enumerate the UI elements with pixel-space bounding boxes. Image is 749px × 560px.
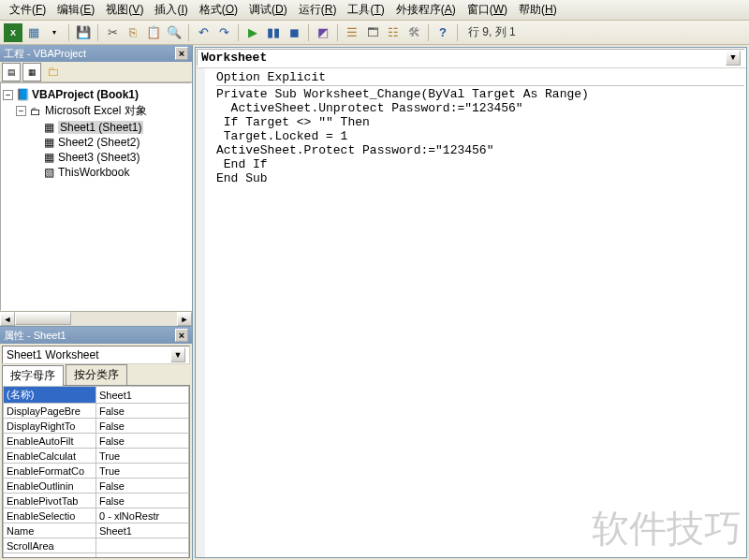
properties-object-combo[interactable]: Sheet1 Worksheet ▼ [2, 346, 190, 364]
menu-d[interactable]: 调试(D) [243, 0, 293, 20]
code-line: Private Sub Worksheet_Change(ByVal Targe… [216, 87, 744, 101]
properties-title: 属性 - Sheet1 [4, 327, 66, 344]
close-icon[interactable]: × [175, 329, 188, 342]
code-line: Option Explicit [216, 70, 744, 84]
project-explorer-icon[interactable]: ☰ [343, 23, 361, 42]
property-row[interactable]: EnableAutoFiltFalse [4, 434, 189, 449]
menu-h[interactable]: 帮助(H) [513, 0, 563, 20]
tree-toggle-icon[interactable]: − [16, 106, 26, 116]
close-icon[interactable]: × [175, 47, 188, 60]
excel-icon[interactable]: X [4, 23, 22, 42]
menu-v[interactable]: 视图(V) [100, 0, 149, 20]
redo-icon[interactable]: ↷ [214, 23, 233, 42]
paste-icon[interactable]: 📋 [144, 23, 163, 42]
toolbox-icon[interactable]: 🛠 [404, 23, 423, 42]
toolbar: X ▦ ▾ 💾 ✂ ⎘ 📋 🔍 ↶ ↷ ▶ ▮▮ ◼ ◩ ☰ 🗔 ☷ 🛠 ? 行… [0, 21, 749, 45]
menu-t[interactable]: 工具(T) [342, 0, 389, 20]
menu-i[interactable]: 插入(I) [149, 0, 193, 20]
property-row[interactable]: StandardWidth8.38 [4, 553, 189, 559]
break-icon[interactable]: ▮▮ [264, 23, 283, 42]
reset-icon[interactable]: ◼ [285, 23, 303, 42]
find-icon[interactable]: 🔍 [165, 23, 184, 42]
code-line: Target.Locked = 1 [216, 129, 744, 143]
help-icon[interactable]: ? [433, 23, 452, 42]
project-explorer-title: 工程 - VBAProject [4, 45, 86, 62]
tree-item[interactable]: −📘VBAProject (Book1) [3, 87, 189, 102]
properties-title-bar: 属性 - Sheet1 × [0, 327, 192, 344]
menu-o[interactable]: 格式(O) [194, 0, 243, 20]
code-line: If Target <> "" Then [216, 115, 744, 129]
tree-item[interactable]: ▦Sheet3 (Sheet3) [3, 150, 189, 165]
view-object-icon[interactable]: ▦ [22, 63, 41, 81]
cut-icon[interactable]: ✂ [103, 23, 122, 42]
chevron-down-icon[interactable]: ▼ [726, 51, 741, 66]
toggle-folders-icon[interactable]: 🗀 [43, 63, 62, 81]
properties-tab[interactable]: 按分类序 [66, 364, 127, 385]
cursor-position: 行 9, 列 1 [463, 24, 521, 40]
properties-tabs: 按字母序按分类序 [0, 366, 192, 385]
tree-item[interactable]: ▦Sheet1 (Sheet1) [3, 120, 189, 135]
property-row[interactable]: EnableFormatCoTrue [4, 464, 189, 479]
properties-grid[interactable]: (名称)Sheet1DisplayPageBreFalseDisplayRigh… [2, 385, 190, 558]
tree-item[interactable]: ▧ThisWorkbook [3, 165, 189, 180]
property-row[interactable]: DisplayPageBreFalse [4, 404, 189, 419]
menu-dropdown-icon[interactable]: ▾ [45, 23, 64, 42]
property-row[interactable]: DisplayRightToFalse [4, 419, 189, 434]
property-row[interactable]: EnableCalculatTrue [4, 449, 189, 464]
code-line: End If [216, 157, 744, 171]
tree-item[interactable]: ▦Sheet2 (Sheet2) [3, 135, 189, 150]
view-code-icon[interactable]: ▤ [2, 63, 21, 81]
chevron-down-icon[interactable]: ▼ [170, 347, 185, 362]
menu-w[interactable]: 窗口(W) [462, 0, 513, 20]
tree-item[interactable]: −🗀Microsoft Excel 对象 [3, 102, 189, 120]
properties-tab[interactable]: 按字母序 [2, 365, 64, 386]
copy-icon[interactable]: ⎘ [124, 23, 142, 42]
scroll-left-icon[interactable]: ◄ [0, 312, 15, 326]
view-icon[interactable]: ▦ [24, 23, 43, 42]
tree-toggle-icon[interactable]: − [3, 90, 13, 100]
property-row[interactable]: (名称)Sheet1 [4, 387, 189, 404]
menu-e[interactable]: 编辑(E) [51, 0, 100, 20]
menu-r[interactable]: 运行(R) [293, 0, 343, 20]
property-row[interactable]: NameSheet1 [4, 523, 189, 538]
project-explorer-toolbar: ▤ ▦ 🗀 [0, 62, 192, 82]
menu-a[interactable]: 外接程序(A) [390, 0, 462, 20]
property-row[interactable]: EnableSelectio0 - xlNoRestr [4, 508, 189, 523]
code-line: End Sub [216, 171, 744, 185]
property-row[interactable]: EnablePivotTabFalse [4, 494, 189, 508]
save-icon[interactable]: 💾 [74, 23, 93, 42]
code-line: ActiveSheet.Protect Password:="123456" [216, 143, 744, 157]
undo-icon[interactable]: ↶ [194, 23, 213, 42]
properties-window-icon[interactable]: 🗔 [363, 23, 382, 42]
project-tree[interactable]: −📘VBAProject (Book1)−🗀Microsoft Excel 对象… [0, 82, 192, 311]
menu-f[interactable]: 文件(F) [4, 0, 51, 20]
object-browser-icon[interactable]: ☷ [384, 23, 403, 42]
scroll-thumb[interactable] [15, 312, 71, 325]
code-editor[interactable]: Option ExplicitPrivate Sub Worksheet_Cha… [196, 68, 746, 557]
project-explorer-title-bar: 工程 - VBAProject × [0, 45, 192, 62]
object-selector-combo[interactable]: Worksheet ▼ [197, 49, 745, 66]
property-row[interactable]: EnableOutlininFalse [4, 479, 189, 494]
project-tree-hscroll[interactable]: ◄ ► [0, 311, 192, 326]
run-icon[interactable]: ▶ [243, 23, 262, 42]
scroll-right-icon[interactable]: ► [177, 312, 192, 326]
code-line: ActiveSheet.Unprotect Password:="123456" [216, 101, 744, 115]
menu-bar: 文件(F)编辑(E)视图(V)插入(I)格式(O)调试(D)运行(R)工具(T)… [0, 0, 749, 21]
design-mode-icon[interactable]: ◩ [314, 23, 332, 42]
property-row[interactable]: ScrollArea [4, 538, 189, 553]
